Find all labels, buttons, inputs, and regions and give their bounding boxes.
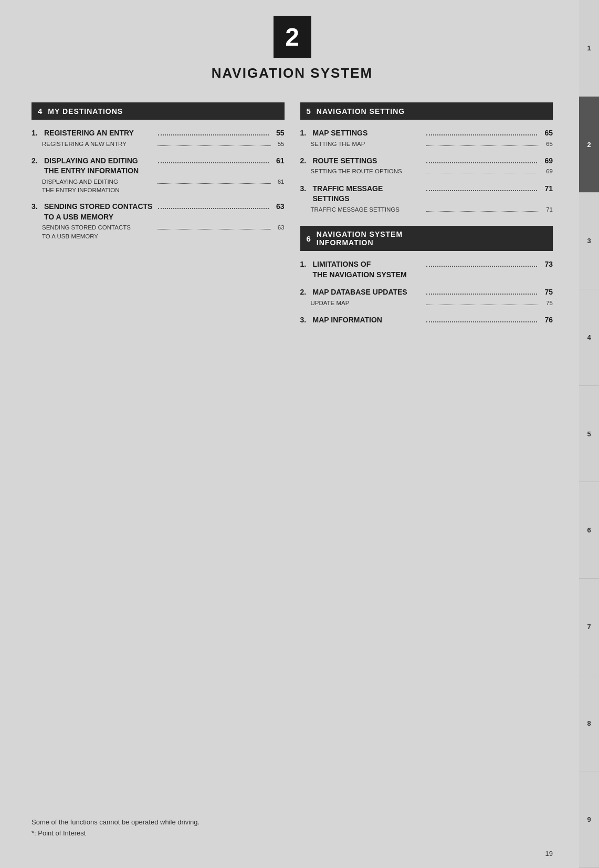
toc-page: 71	[540, 184, 553, 193]
toc-label: ROUTE SETTINGS	[313, 156, 424, 166]
toc-dots	[158, 134, 269, 135]
toc-entry-5-2: 2. ROUTE SETTINGS 69 SETTING THE ROUTE O…	[300, 156, 553, 176]
toc-dots	[426, 134, 537, 135]
toc-sub-page: 55	[273, 140, 285, 149]
toc-page: 73	[540, 260, 553, 268]
toc-main-5-1: 1. MAP SETTINGS 65	[300, 128, 553, 139]
chapter-number-box: 2	[274, 16, 311, 58]
toc-page: 55	[272, 129, 285, 137]
tab-7[interactable]: 7	[579, 579, 599, 675]
toc-sub-4-3-1: SENDING STORED CONTACTSTO A USB MEMORY 6…	[31, 223, 285, 240]
toc-page: 69	[540, 156, 553, 165]
toc-entry-4-3: 3. SENDING STORED CONTACTSTO A USB MEMOR…	[31, 202, 285, 240]
toc-entry-5-1: 1. MAP SETTINGS 65 SETTING THE MAP 65	[300, 128, 553, 149]
toc-sub-label: SENDING STORED CONTACTSTO A USB MEMORY	[42, 223, 155, 240]
toc-label: MAP INFORMATION	[313, 315, 424, 326]
section-header-6: 6 NAVIGATION SYSTEMINFORMATION	[300, 226, 553, 251]
toc-dots	[158, 162, 269, 163]
toc-main-4-3: 3. SENDING STORED CONTACTSTO A USB MEMOR…	[31, 202, 285, 222]
toc-sub-label: REGISTERING A NEW ENTRY	[42, 140, 155, 148]
toc-sub-5-3-1: TRAFFIC MESSAGE SETTINGS 71	[300, 205, 553, 214]
toc-sub-label: UPDATE MAP	[311, 299, 424, 307]
tab-8[interactable]: 8	[579, 675, 599, 772]
toc-sub-dots	[426, 173, 539, 173]
toc-main-6-1: 1. LIMITATIONS OFTHE NAVIGATION SYSTEM 7…	[300, 259, 553, 280]
toc-sub-6-2-1: UPDATE MAP 75	[300, 299, 553, 308]
toc-sub-label: SETTING THE ROUTE OPTIONS	[311, 167, 424, 175]
toc-sub-page: 65	[541, 140, 553, 149]
toc-sub-dots	[426, 145, 539, 146]
section-6-block: 6 NAVIGATION SYSTEMINFORMATION 1. LIMITA…	[300, 226, 553, 326]
tab-2[interactable]: 2	[579, 97, 599, 193]
toc-entry-6-2: 2. MAP DATABASE UPDATES 75 UPDATE MAP 75	[300, 287, 553, 308]
toc-sub-label: TRAFFIC MESSAGE SETTINGS	[311, 205, 424, 214]
toc-label: MAP SETTINGS	[313, 128, 424, 139]
footer-line2: *: Point of Interest	[31, 828, 199, 839]
toc-sub-page: 63	[273, 223, 285, 232]
toc-sub-5-1-1: SETTING THE MAP 65	[300, 140, 553, 149]
main-content: 2 NAVIGATION SYSTEM 4 MY DESTINATIONS 1.…	[0, 0, 579, 868]
toc-num: 2.	[300, 156, 313, 165]
tab-9[interactable]: 9	[579, 771, 599, 868]
col-left: 4 MY DESTINATIONS 1. REGISTERING AN ENTR…	[31, 102, 285, 337]
toc-num: 2.	[300, 288, 313, 296]
toc-page: 63	[272, 202, 285, 211]
page-number: 19	[545, 850, 553, 857]
toc-entry-5-3: 3. TRAFFIC MESSAGESETTINGS 71 TRAFFIC ME…	[300, 184, 553, 214]
tab-1[interactable]: 1	[579, 0, 599, 97]
section-title-4: MY DESTINATIONS	[48, 107, 123, 116]
toc-num: 1.	[300, 129, 313, 137]
col-right: 5 NAVIGATION SETTING 1. MAP SETTINGS 65 …	[300, 102, 553, 337]
toc-sub-page: 75	[541, 299, 553, 308]
toc-label: MAP DATABASE UPDATES	[313, 287, 424, 298]
toc-label: REGISTERING AN ENTRY	[44, 128, 155, 139]
toc-sub-dots	[157, 183, 271, 184]
toc-dots	[426, 321, 537, 322]
toc-label: LIMITATIONS OFTHE NAVIGATION SYSTEM	[313, 259, 424, 280]
tab-bar: 1 2 3 4 5 6 7 8 9	[579, 0, 599, 868]
toc-main-6-2: 2. MAP DATABASE UPDATES 75	[300, 287, 553, 298]
toc-entry-4-2: 2. DISPLAYING AND EDITINGTHE ENTRY INFOR…	[31, 156, 285, 194]
toc-sub-dots	[157, 145, 271, 146]
toc-page: 75	[540, 288, 553, 296]
toc-sub-5-2-1: SETTING THE ROUTE OPTIONS 69	[300, 167, 553, 176]
tab-3[interactable]: 3	[579, 193, 599, 289]
toc-sub-page: 71	[541, 205, 553, 214]
section-num-6: 6	[307, 234, 311, 243]
toc-entry-4-1: 1. REGISTERING AN ENTRY 55 REGISTERING A…	[31, 128, 285, 149]
toc-sub-4-1-1: REGISTERING A NEW ENTRY 55	[31, 140, 285, 149]
toc-sub-dots	[157, 229, 271, 229]
toc-label: SENDING STORED CONTACTSTO A USB MEMORY	[44, 202, 155, 222]
section-num-5: 5	[307, 107, 311, 116]
toc-label: DISPLAYING AND EDITINGTHE ENTRY INFORMAT…	[44, 156, 155, 176]
toc-num: 2.	[31, 156, 44, 165]
toc-main-5-2: 2. ROUTE SETTINGS 69	[300, 156, 553, 166]
section-header-5: 5 NAVIGATION SETTING	[300, 102, 553, 120]
toc-entry-6-3: 3. MAP INFORMATION 76	[300, 315, 553, 326]
toc-label: TRAFFIC MESSAGESETTINGS	[313, 184, 424, 204]
toc-entry-6-1: 1. LIMITATIONS OFTHE NAVIGATION SYSTEM 7…	[300, 259, 553, 280]
tab-6[interactable]: 6	[579, 482, 599, 579]
toc-num: 1.	[300, 260, 313, 268]
chapter-title: NAVIGATION SYSTEM	[212, 65, 373, 81]
chapter-number: 2	[285, 23, 299, 51]
toc-columns: 4 MY DESTINATIONS 1. REGISTERING AN ENTR…	[31, 102, 553, 337]
toc-sub-page: 69	[541, 167, 553, 176]
toc-sub-4-2-1: DISPLAYING AND EDITINGTHE ENTRY INFORMAT…	[31, 177, 285, 194]
toc-num: 1.	[31, 129, 44, 137]
toc-main-5-3: 3. TRAFFIC MESSAGESETTINGS 71	[300, 184, 553, 204]
toc-page: 65	[540, 129, 553, 137]
tab-4[interactable]: 4	[579, 289, 599, 386]
chapter-block: 2 NAVIGATION SYSTEM	[31, 16, 553, 97]
footer-note: Some of the functions cannot be operated…	[31, 817, 199, 839]
toc-num: 3.	[31, 202, 44, 211]
toc-page: 61	[272, 156, 285, 165]
toc-dots	[426, 266, 537, 267]
toc-main-4-1: 1. REGISTERING AN ENTRY 55	[31, 128, 285, 139]
section-title-5: NAVIGATION SETTING	[317, 107, 405, 116]
toc-sub-label: SETTING THE MAP	[311, 140, 424, 148]
toc-dots	[426, 294, 537, 295]
tab-5[interactable]: 5	[579, 386, 599, 483]
toc-main-4-2: 2. DISPLAYING AND EDITINGTHE ENTRY INFOR…	[31, 156, 285, 176]
section-header-4: 4 MY DESTINATIONS	[31, 102, 285, 120]
